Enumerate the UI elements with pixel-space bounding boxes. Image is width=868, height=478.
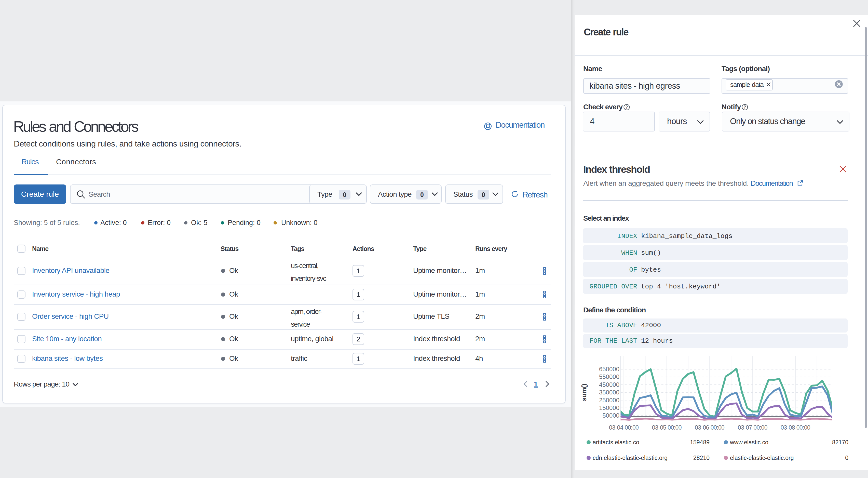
svg-text:450000: 450000	[599, 381, 619, 388]
svg-text:82170: 82170	[832, 439, 848, 446]
svg-text:03-06 00:00: 03-06 00:00	[695, 424, 724, 431]
svg-text:0: 0	[845, 454, 848, 461]
svg-text:03-05 00:00: 03-05 00:00	[652, 424, 682, 431]
svg-text:?: ?	[625, 105, 628, 109]
svg-text:?: ?	[743, 105, 746, 109]
svg-text:550000: 550000	[599, 373, 619, 380]
svg-text:cdn.elastic-elastic-elastic.or: cdn.elastic-elastic-elastic.org	[593, 454, 668, 461]
svg-text:www.elastic.co: www.elastic.co	[730, 439, 768, 446]
svg-text:650000: 650000	[599, 366, 619, 372]
svg-text:159489: 159489	[690, 439, 710, 446]
svg-text:250000: 250000	[599, 397, 619, 404]
svg-text:03-08 00:00: 03-08 00:00	[781, 424, 810, 431]
svg-text:150000: 150000	[599, 405, 619, 411]
svg-text:sum(): sum()	[581, 384, 588, 401]
svg-text:03-07 00:00: 03-07 00:00	[738, 424, 767, 431]
svg-text:elastic-elastic-elastic.org: elastic-elastic-elastic.org	[730, 454, 794, 461]
svg-text:03-04 00:00: 03-04 00:00	[609, 424, 639, 431]
svg-text:50000: 50000	[602, 412, 619, 419]
svg-text:28210: 28210	[693, 454, 710, 461]
svg-text:350000: 350000	[599, 389, 619, 396]
svg-text:artifacts.elastic.co: artifacts.elastic.co	[593, 439, 639, 446]
